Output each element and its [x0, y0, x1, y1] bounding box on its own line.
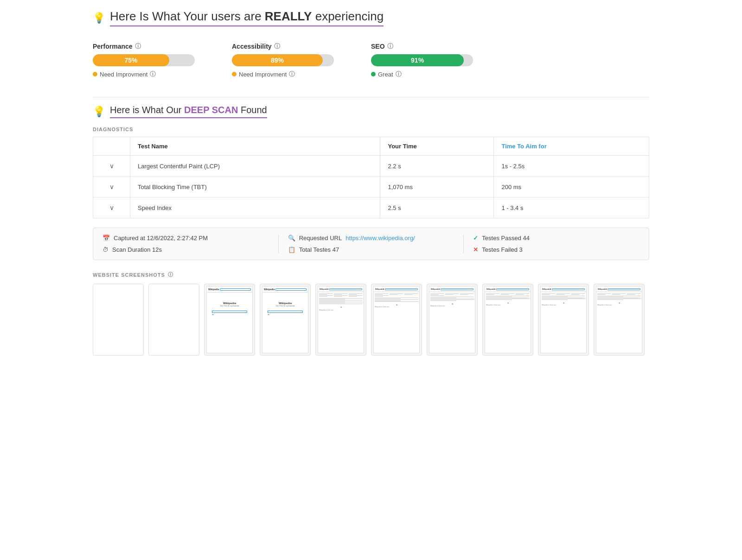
seo-progress-bar: 91% [371, 54, 464, 66]
row-2-aim: 200 ms [494, 177, 649, 197]
calendar-icon: 📅 [102, 235, 110, 242]
screenshot-thumb-4[interactable]: Wikipedia Wikipedia The Free Encyclopedi… [260, 284, 311, 356]
performance-help-icon[interactable]: ⓘ [135, 42, 141, 51]
table-row: ∨ Total Blocking Time (TBT) 1,070 ms 200… [93, 177, 649, 197]
metric-seo-label: SEO ⓘ [371, 42, 473, 51]
expand-button-3[interactable]: ∨ [109, 204, 114, 211]
screenshot-thumb-5[interactable]: WikipediA ⊕ Wikipedia is a free-use... [315, 284, 366, 356]
screenshot-thumb-8[interactable]: WikipediA ⊕Wikipedia is a free-use... [482, 284, 533, 356]
seo-progress-wrap: 91% [371, 54, 473, 66]
row-3-expand[interactable]: ∨ [93, 197, 130, 218]
seo-status-dot [371, 72, 376, 76]
performance-progress-bar: 75% [93, 54, 169, 66]
diagnostics-table: Test Name Your Time Time To Aim for ∨ La… [93, 137, 649, 218]
row-1-expand[interactable]: ∨ [93, 156, 130, 177]
accessibility-help-icon[interactable]: ⓘ [274, 42, 280, 51]
info-bar: 📅 Captured at 12/6/2022, 2:27:42 PM ⏱ Sc… [93, 228, 649, 260]
deep-scan-title: 💡 Here is What Our DEEP SCAN Found [93, 105, 649, 118]
info-bar-col-1: 📅 Captured at 12/6/2022, 2:27:42 PM ⏱ Sc… [102, 235, 279, 253]
metric-seo: SEO ⓘ 91% Great ⓘ [371, 42, 473, 78]
bulb-icon: 💡 [93, 12, 105, 24]
main-title: 💡 Here Is What Your users are REALLY exp… [93, 9, 649, 26]
metric-accessibility-label: Accessibility ⓘ [232, 42, 334, 51]
row-1-test: Largest Contentful Paint (LCP) [130, 156, 380, 177]
table-header-time-to-aim: Time To Aim for [494, 137, 649, 156]
timer-icon: ⏱ [102, 246, 109, 253]
table-row: ∨ Speed Index 2.5 s 1 - 3.4 s [93, 197, 649, 218]
metrics-section: Performance ⓘ 75% Need Improvment ⓘ Acce… [93, 38, 649, 83]
seo-help-icon[interactable]: ⓘ [387, 42, 393, 51]
performance-progress-wrap: 75% [93, 54, 195, 66]
accessibility-status-dot [232, 72, 237, 76]
row-2-test: Total Blocking Time (TBT) [130, 177, 380, 197]
accessibility-status: Need Improvment ⓘ [232, 70, 334, 78]
clipboard-icon: 📋 [288, 246, 295, 253]
screenshot-thumb-6[interactable]: WikipediA ⊕Wikipedia is a free-use... [371, 284, 422, 356]
table-header-test-name: Test Name [130, 137, 380, 156]
row-2-expand[interactable]: ∨ [93, 177, 130, 197]
requested-url-link[interactable]: https://www.wikipedia.org/ [345, 235, 415, 242]
info-bar-col-2: 🔍 Requested URL https://www.wikipedia.or… [288, 235, 464, 253]
table-header-your-time: Your Time [380, 137, 494, 156]
testes-failed-item: ✕ Testes Failed 3 [473, 246, 640, 253]
metric-performance: Performance ⓘ 75% Need Improvment ⓘ [93, 42, 195, 78]
seo-status: Great ⓘ [371, 70, 473, 78]
screenshots-label: WEBSITE SCREENSHOTS ⓘ [93, 271, 649, 278]
row-3-your-time: 2.5 s [380, 197, 494, 218]
performance-status: Need Improvment ⓘ [93, 70, 195, 78]
expand-button-2[interactable]: ∨ [109, 183, 114, 191]
row-1-your-time: 2.2 s [380, 156, 494, 177]
seo-status-help[interactable]: ⓘ [396, 70, 402, 78]
screenshots-grid: Wikipedia Wikipedia The Free Encyclopedi… [93, 284, 649, 356]
divider-1 [93, 97, 649, 97]
search-icon: 🔍 [288, 235, 295, 242]
accessibility-status-help[interactable]: ⓘ [289, 70, 295, 78]
table-header-expand [93, 137, 130, 156]
accessibility-progress-wrap: 89% [232, 54, 334, 66]
accessibility-progress-bar: 89% [232, 54, 323, 66]
screenshot-thumb-9[interactable]: WikipediA ⊕Wikipedia is a free-use... [538, 284, 589, 356]
total-testes-item: 📋 Total Testes 47 [288, 246, 454, 253]
page-container: 💡 Here Is What Your users are REALLY exp… [79, 0, 663, 365]
screenshot-thumb-1[interactable] [93, 284, 144, 356]
screenshots-help-icon[interactable]: ⓘ [168, 271, 173, 278]
deep-scan-bulb-icon: 💡 [93, 106, 105, 118]
performance-status-dot [93, 72, 97, 76]
main-title-text: Here Is What Your users are REALLY exper… [110, 9, 384, 26]
screenshot-thumb-2[interactable] [148, 284, 199, 356]
diagnostics-label: DIAGNOSTICS [93, 127, 649, 132]
deep-scan-title-text: Here is What Our DEEP SCAN Found [110, 105, 267, 118]
screenshot-thumb-10[interactable]: WikipediA ⊕Wikipedia is a free-use... [594, 284, 645, 356]
requested-url-item: 🔍 Requested URL https://www.wikipedia.or… [288, 235, 454, 242]
row-3-aim: 1 - 3.4 s [494, 197, 649, 218]
testes-passed-item: ✓ Testes Passed 44 [473, 235, 640, 242]
screenshot-thumb-3[interactable]: Wikipedia Wikipedia The Free Encyclopedi… [204, 284, 255, 356]
metric-performance-label: Performance ⓘ [93, 42, 195, 51]
capture-time-item: 📅 Captured at 12/6/2022, 2:27:42 PM [102, 235, 269, 242]
info-bar-col-3: ✓ Testes Passed 44 ✕ Testes Failed 3 [473, 235, 640, 253]
x-icon: ✕ [473, 246, 478, 253]
screenshot-thumb-7[interactable]: WikipediA ⊕Wikipedia is a free-use... [427, 284, 478, 356]
check-icon: ✓ [473, 235, 478, 242]
performance-status-help[interactable]: ⓘ [150, 70, 156, 78]
row-3-test: Speed Index [130, 197, 380, 218]
scan-duration-item: ⏱ Scan Duration 12s [102, 246, 269, 253]
metric-accessibility: Accessibility ⓘ 89% Need Improvment ⓘ [232, 42, 334, 78]
row-2-your-time: 1,070 ms [380, 177, 494, 197]
table-row: ∨ Largest Contentful Paint (LCP) 2.2 s 1… [93, 156, 649, 177]
row-1-aim: 1s - 2.5s [494, 156, 649, 177]
expand-button-1[interactable]: ∨ [109, 162, 114, 170]
